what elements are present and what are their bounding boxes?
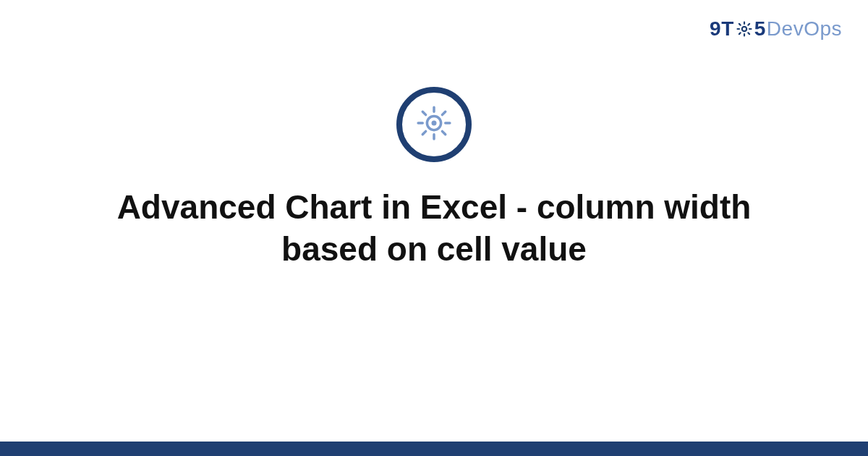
svg-point-2 <box>432 121 437 126</box>
page-title: Advanced Chart in Excel - column width b… <box>80 187 788 270</box>
gear-icon <box>414 103 454 146</box>
svg-point-0 <box>742 27 746 31</box>
page: 9T 5 DevOps Advanced Chart in Excel - co… <box>0 0 868 456</box>
brand-suffix: DevOps <box>767 17 842 41</box>
brand-middle: 5 <box>754 17 766 41</box>
brand-prefix: 9T <box>710 17 734 41</box>
gear-icon <box>735 20 754 38</box>
hero-icon-ring <box>396 87 472 162</box>
hero: Advanced Chart in Excel - column width b… <box>0 87 868 270</box>
brand-logo: 9T 5 DevOps <box>710 17 842 41</box>
footer-bar <box>0 442 868 456</box>
